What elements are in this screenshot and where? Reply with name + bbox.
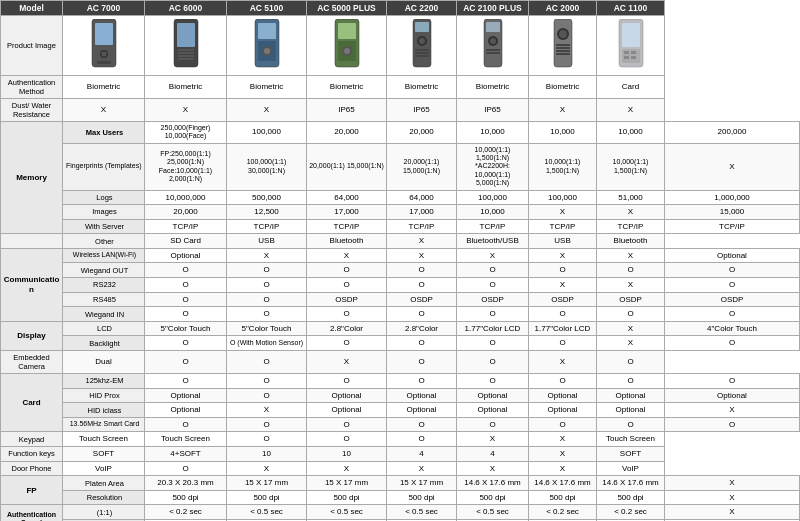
other-ac2000: Bluetooth [597, 234, 665, 249]
hi-ac6000: X [227, 403, 307, 418]
communication-category: Communication [1, 248, 63, 321]
other-row: Other SD Card USB Bluetooth X Bluetooth/… [1, 234, 800, 249]
wireless-ac2200: X [457, 248, 529, 263]
product-image-ac2100plus [457, 16, 529, 76]
dust-ac2200: IP65 [387, 98, 457, 121]
hid-iclass-label: HID iclass [63, 403, 145, 418]
lcd-ac2000: X [597, 321, 665, 336]
cam-ac6000: O [145, 351, 227, 374]
res-ac2000: 500 dpi [597, 490, 665, 505]
col-header-ac5100: AC 5100 [227, 1, 307, 16]
product-image-ac5100 [227, 16, 307, 76]
dust-ac2100p: IP65 [457, 98, 529, 121]
svg-point-3 [101, 52, 106, 57]
backlight-ac1100: O [665, 336, 800, 351]
res-ac2100p: 500 dpi [529, 490, 597, 505]
svg-rect-38 [556, 47, 570, 49]
c125-ac2100p: O [529, 374, 597, 389]
pa-ac7000: 20.3 X 20.3 mm [145, 476, 227, 491]
rs232-ac2000: X [597, 278, 665, 293]
fp-ac2200: 10,000(1:1) 1,500(1:N) *AC2200H: 10,000(… [457, 143, 529, 190]
wo-ac1100: O [665, 263, 800, 278]
product-image-ac2000 [529, 16, 597, 76]
max-users-ac7000: 250,000(Finger) 10,000(Face) [145, 121, 227, 143]
c125-ac5100: O [307, 374, 387, 389]
res-ac7000: 500 dpi [145, 490, 227, 505]
backlight-ac2100p: O [529, 336, 597, 351]
logs-ac2100p: 100,000 [529, 190, 597, 205]
fk-ac1100: SOFT [597, 447, 665, 462]
platen-area-label: Platen Area [63, 476, 145, 491]
oto-ac5100: < 0.5 sec [307, 505, 387, 520]
cam-ac2200: O [387, 351, 457, 374]
function-keys-label: Function keys [1, 447, 63, 462]
pa-ac6000: 15 X 17 mm [227, 476, 307, 491]
wireless-ac7000: Optional [145, 248, 227, 263]
auth-method-label: Authentication Method [1, 75, 63, 98]
dp-ac2100p: X [457, 461, 529, 476]
col-header-model: Model [1, 1, 63, 16]
wiegand-out-label: Wiegand OUT [63, 263, 145, 278]
backlight-ac2200: O [457, 336, 529, 351]
pa-ac2200: 14.6 X 17.6 mm [457, 476, 529, 491]
product-image-ac7000 [63, 16, 145, 76]
rs485-ac1100: OSDP [665, 292, 800, 307]
wi-ac5000p: O [387, 307, 457, 322]
wireless-ac5000p: X [387, 248, 457, 263]
other-ac5000p: X [387, 234, 457, 249]
wi-ac2000: O [597, 307, 665, 322]
ws-ac6000: TCP/IP [227, 219, 307, 234]
device-image-ac2000 [552, 19, 574, 69]
wi-ac1100: O [665, 307, 800, 322]
max-users-ac2200: 10,000 [457, 121, 529, 143]
max-users-ac2000: 10,000 [597, 121, 665, 143]
images-ac2200: 10,000 [457, 205, 529, 220]
door-phone-label: Door Phone [1, 461, 63, 476]
c125-ac5000p: O [387, 374, 457, 389]
dust-ac2000: X [529, 98, 597, 121]
backlight-ac7000: O [145, 336, 227, 351]
pa-ac2000: 14.6 X 17.6 mm [597, 476, 665, 491]
svg-rect-10 [178, 58, 194, 60]
c1356-ac2000: O [597, 417, 665, 432]
col-header-ac2000: AC 2000 [529, 1, 597, 16]
logs-ac7000: 10,000,000 [145, 190, 227, 205]
lcd-ac2200: 1.77"Color LCD [457, 321, 529, 336]
pa-ac5100: 15 X 17 mm [307, 476, 387, 491]
auth-ac7000: Biometric [63, 75, 145, 98]
c1356-ac7000: O [145, 417, 227, 432]
hi-ac2000: Optional [597, 403, 665, 418]
res-ac6000: 500 dpi [227, 490, 307, 505]
with-server-row: With Server TCP/IP TCP/IP TCP/IP TCP/IP … [1, 219, 800, 234]
keypad-row: Keypad Touch Screen Touch Screen O O O X… [1, 432, 800, 447]
svg-point-31 [490, 38, 496, 44]
wo-ac2200: O [457, 263, 529, 278]
logs-ac1100: 1,000,000 [665, 190, 800, 205]
rs232-ac7000: O [145, 278, 227, 293]
dust-ac5000p: IP65 [307, 98, 387, 121]
hi-ac7000: Optional [145, 403, 227, 418]
dust-ac6000: X [145, 98, 227, 121]
fp-ac1100: X [665, 143, 800, 190]
c1356-ac5000p: O [387, 417, 457, 432]
auth-ac2000: Biometric [529, 75, 597, 98]
pa-ac5000p: 15 X 17 mm [387, 476, 457, 491]
svg-rect-44 [624, 51, 629, 54]
svg-rect-42 [622, 23, 640, 47]
product-image-ac6000 [145, 16, 227, 76]
kp-ac1100: Touch Screen [597, 432, 665, 447]
wireless-ac5100: X [307, 248, 387, 263]
wi-ac6000: O [227, 307, 307, 322]
images-ac5000p: 17,000 [387, 205, 457, 220]
kp-ac5000p: O [307, 432, 387, 447]
c125-ac2000: O [597, 374, 665, 389]
svg-rect-9 [178, 55, 194, 57]
col-header-ac5000plus: AC 5000 PLUS [307, 1, 387, 16]
auth-ac1100: Card [597, 75, 665, 98]
rs485-ac2000: OSDP [597, 292, 665, 307]
wo-ac2000: O [597, 263, 665, 278]
svg-rect-33 [486, 52, 500, 54]
hp-ac2200: Optional [457, 388, 529, 403]
cam-ac7000: Dual [63, 351, 145, 374]
dp-ac2200: X [387, 461, 457, 476]
